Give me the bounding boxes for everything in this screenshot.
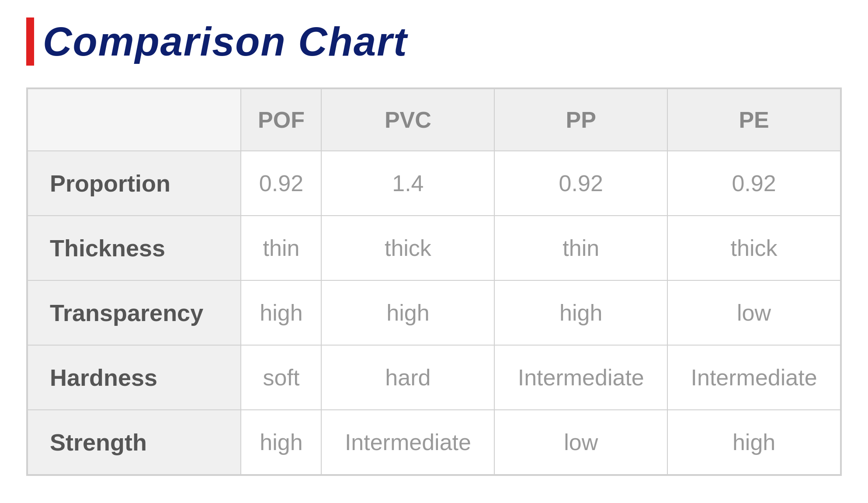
cell-strength-pvc: Intermediate [321, 410, 494, 475]
cell-hardness-pof: soft [241, 345, 321, 410]
header-pof: POF [241, 89, 321, 151]
table-row: Thickness thin thick thin thick [28, 216, 840, 280]
table-row: Strength high Intermediate low high [28, 410, 840, 475]
cell-strength-pp: low [494, 410, 667, 475]
cell-proportion-pof: 0.92 [241, 151, 321, 216]
cell-proportion-pvc: 1.4 [321, 151, 494, 216]
header-pe: PE [667, 89, 840, 151]
row-label-hardness: Hardness [28, 345, 241, 410]
comparison-table: POF PVC PP PE Proportion 0.92 1.4 0.92 0… [27, 88, 841, 475]
red-accent-bar [26, 17, 34, 66]
cell-thickness-pvc: thick [321, 216, 494, 280]
table-header-row: POF PVC PP PE [28, 89, 840, 151]
table-row: Hardness soft hard Intermediate Intermed… [28, 345, 840, 410]
cell-thickness-pe: thick [667, 216, 840, 280]
header-label-col [28, 89, 241, 151]
cell-thickness-pof: thin [241, 216, 321, 280]
row-label-thickness: Thickness [28, 216, 241, 280]
header-pvc: PVC [321, 89, 494, 151]
cell-hardness-pe: Intermediate [667, 345, 840, 410]
cell-transparency-pof: high [241, 280, 321, 345]
cell-proportion-pp: 0.92 [494, 151, 667, 216]
page-title: Comparison Chart [43, 19, 408, 65]
comparison-table-container: POF PVC PP PE Proportion 0.92 1.4 0.92 0… [26, 87, 842, 476]
table-row: Transparency high high high low [28, 280, 840, 345]
cell-transparency-pp: high [494, 280, 667, 345]
cell-strength-pof: high [241, 410, 321, 475]
cell-proportion-pe: 0.92 [667, 151, 840, 216]
header-pp: PP [494, 89, 667, 151]
table-row: Proportion 0.92 1.4 0.92 0.92 [28, 151, 840, 216]
page-header: Comparison Chart [26, 17, 842, 66]
cell-transparency-pvc: high [321, 280, 494, 345]
row-label-strength: Strength [28, 410, 241, 475]
cell-hardness-pp: Intermediate [494, 345, 667, 410]
cell-hardness-pvc: hard [321, 345, 494, 410]
cell-strength-pe: high [667, 410, 840, 475]
cell-thickness-pp: thin [494, 216, 667, 280]
row-label-transparency: Transparency [28, 280, 241, 345]
row-label-proportion: Proportion [28, 151, 241, 216]
cell-transparency-pe: low [667, 280, 840, 345]
